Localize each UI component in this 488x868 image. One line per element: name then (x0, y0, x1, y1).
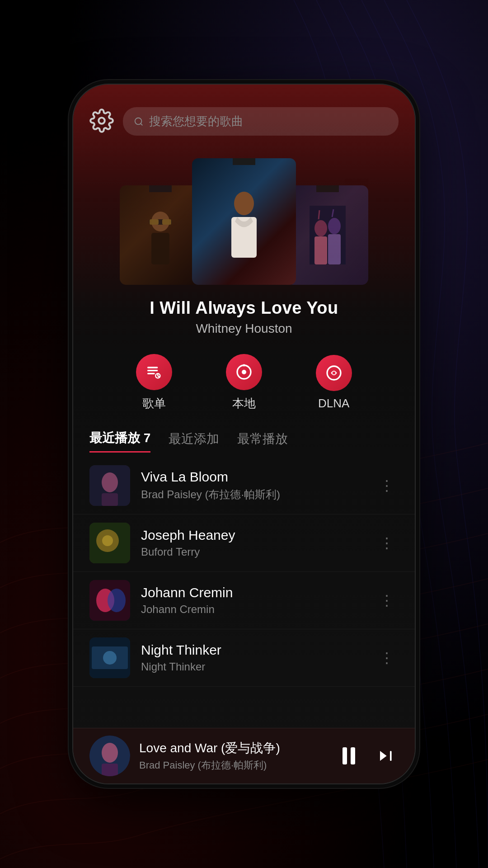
now-playing-bar[interactable]: Love and War (爱与战争) Brad Paisley (布拉德·帕斯… (73, 728, 415, 783)
pause-button[interactable] (335, 742, 362, 769)
svg-rect-6 (162, 219, 171, 225)
svg-point-31 (108, 589, 126, 612)
dlna-icon (316, 355, 352, 391)
song-thumb-3 (89, 580, 130, 621)
album-card-center[interactable] (192, 158, 296, 285)
song-info-1: Viva La Bloom Brad Paisley (布拉德·帕斯利) (141, 469, 364, 502)
song-artist-1: Brad Paisley (布拉德·帕斯利) (141, 487, 364, 502)
song-title-4: Night Thinker (141, 642, 364, 658)
svg-point-7 (234, 192, 254, 215)
phone-frame: 搜索您想要的歌曲 (72, 84, 416, 784)
svg-rect-16 (147, 373, 155, 374)
now-playing-info: Love and War (爱与战争) Brad Paisley (布拉德·帕斯… (139, 740, 326, 772)
more-button-1[interactable]: ⋮ (375, 472, 399, 499)
svg-point-20 (243, 364, 245, 367)
svg-point-34 (103, 651, 117, 665)
svg-rect-38 (390, 751, 392, 761)
song-thumb-1 (89, 465, 130, 506)
svg-rect-37 (102, 764, 118, 776)
list-item[interactable]: Night Thinker Night Thinker ⋮ (73, 629, 415, 687)
song-info-3: Johann Cremin Johann Cremin (141, 585, 364, 616)
svg-point-28 (102, 535, 113, 546)
nav-icons: 歌单 本地 DLNA (73, 340, 415, 425)
settings-button[interactable] (89, 108, 114, 135)
svg-rect-25 (102, 493, 118, 506)
more-button-2[interactable]: ⋮ (375, 530, 399, 556)
track-info: I Will Always Love You Whitney Houston (73, 289, 415, 340)
search-input[interactable]: 搜索您想要的歌曲 (149, 113, 243, 129)
svg-point-19 (242, 370, 246, 374)
song-artist-4: Night Thinker (141, 660, 364, 673)
svg-point-24 (102, 472, 118, 492)
svg-point-10 (314, 220, 327, 236)
svg-rect-13 (328, 234, 341, 264)
svg-rect-15 (147, 370, 158, 371)
list-item[interactable]: Johann Cremin Johann Cremin ⋮ (73, 572, 415, 629)
song-thumb-4 (89, 637, 130, 678)
song-title-2: Joseph Heaney (141, 528, 364, 543)
now-playing-artist: Brad Paisley (布拉德·帕斯利) (139, 759, 326, 772)
svg-rect-3 (151, 233, 169, 264)
svg-point-36 (102, 743, 118, 763)
svg-point-0 (99, 118, 105, 124)
album-carousel (73, 145, 415, 289)
more-button-4[interactable]: ⋮ (375, 645, 399, 671)
nav-dlna[interactable]: DLNA (316, 355, 352, 410)
nav-dlna-label: DLNA (318, 396, 349, 410)
song-info-4: Night Thinker Night Thinker (141, 642, 364, 673)
album-card-left[interactable] (120, 185, 201, 285)
svg-point-11 (328, 218, 341, 234)
svg-rect-14 (147, 367, 158, 368)
list-item[interactable]: Joseph Heaney Buford Terry ⋮ (73, 514, 415, 572)
track-artist: Whitney Houston (73, 321, 415, 336)
now-playing-title: Love and War (爱与战争) (139, 740, 326, 757)
album-card-right[interactable] (287, 185, 368, 285)
search-bar[interactable]: 搜索您想要的歌曲 (123, 107, 399, 136)
playlist-icon (136, 354, 172, 390)
nav-local-label: 本地 (232, 396, 256, 411)
song-list: Viva La Bloom Brad Paisley (布拉德·帕斯利) ⋮ J… (73, 453, 415, 728)
header: 搜索您想要的歌曲 (73, 85, 415, 145)
nav-playlist-label: 歌单 (142, 396, 166, 411)
tab-recent-play[interactable]: 最近播放 7 (89, 429, 150, 453)
song-title-3: Johann Cremin (141, 585, 364, 600)
track-title: I Will Always Love You (73, 298, 415, 318)
next-button[interactable] (371, 742, 399, 769)
song-info-2: Joseph Heaney Buford Terry (141, 528, 364, 558)
svg-point-22 (332, 372, 335, 375)
svg-point-1 (135, 118, 142, 124)
now-playing-thumb (89, 736, 130, 776)
more-button-3[interactable]: ⋮ (375, 587, 399, 613)
nav-playlist[interactable]: 歌单 (136, 354, 172, 411)
list-item[interactable]: Viva La Bloom Brad Paisley (布拉德·帕斯利) ⋮ (73, 457, 415, 514)
tab-most-played[interactable]: 最常播放 (237, 430, 288, 452)
tab-recently-added[interactable]: 最近添加 (169, 430, 219, 452)
play-controls (335, 742, 399, 769)
pause-icon (343, 747, 355, 764)
song-thumb-2 (89, 523, 130, 563)
svg-rect-5 (150, 219, 159, 225)
local-icon (226, 354, 262, 390)
song-artist-2: Buford Terry (141, 546, 364, 558)
song-title-1: Viva La Bloom (141, 469, 364, 485)
song-artist-3: Johann Cremin (141, 603, 364, 616)
svg-rect-12 (314, 236, 327, 264)
tabs-row: 最近播放 7 最近添加 最常播放 (73, 425, 415, 453)
nav-local[interactable]: 本地 (226, 354, 262, 411)
